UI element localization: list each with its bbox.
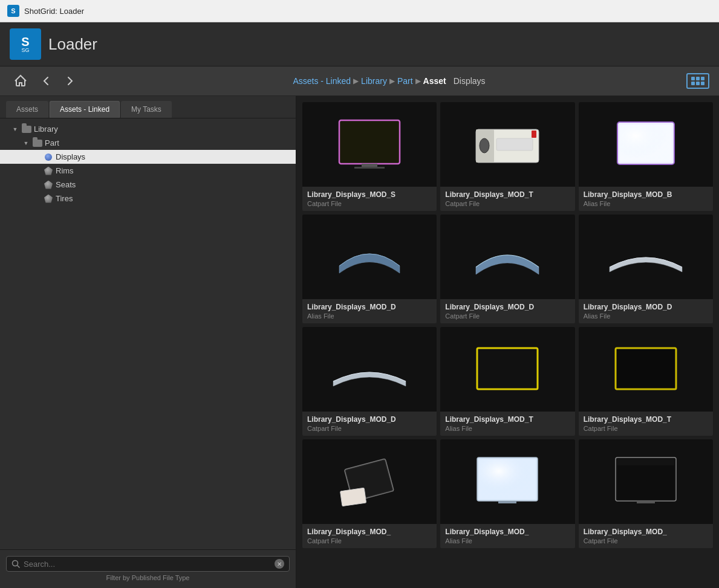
asset-type-8: Alias File [445,425,570,432]
back-icon [40,75,52,87]
asset-info-3: Library_Displays_MOD_B Alias File [579,187,713,211]
breadcrumb-library[interactable]: Library [361,76,387,86]
asset-name-1: Library_Displays_MOD_S [307,190,432,199]
asset-info-12: Library_Displays_MOD_ Catpart File [579,524,713,548]
app-title: Loader [48,35,97,54]
search-icon [11,560,20,568]
tab-my-tasks[interactable]: My Tasks [121,101,172,118]
tree-item-library[interactable]: ▼ Library [0,122,296,136]
thumb-curved-medium [471,230,544,284]
tab-assets-linked[interactable]: Assets - Linked [50,101,120,118]
part-toggle[interactable]: ▼ [22,139,30,147]
logo-sub: SG [21,48,29,53]
search-input[interactable] [24,560,271,569]
asset-name-4: Library_Displays_MOD_D [307,303,432,311]
tree-item-displays[interactable]: ▶ Displays [0,150,296,164]
asset-name-6: Library_Displays_MOD_D [584,303,708,311]
svg-rect-9 [532,131,536,138]
tree-area[interactable]: ▼ Library ▼ Part ▶ [0,118,296,549]
search-clear-button[interactable]: ✕ [275,559,284,569]
asset-card-9[interactable]: Library_Displays_MOD_T Catpart File [579,327,713,436]
asset-type-9: Catpart File [584,425,708,432]
asset-card-3[interactable]: Library_Displays_MOD_B Alias File [579,102,713,211]
breadcrumb-assets-linked[interactable]: Assets - Linked [293,76,351,86]
svg-rect-6 [354,167,385,169]
svg-point-10 [480,138,489,153]
tires-gem-icon [44,195,53,203]
breadcrumb-part[interactable]: Part [397,76,413,86]
asset-thumb-1 [302,102,437,187]
search-box: ✕ [6,556,290,572]
tree-item-part[interactable]: ▼ Part [0,136,296,150]
thumb-card-tilt [336,454,403,509]
svg-rect-14 [620,124,672,162]
asset-card-10[interactable]: Library_Displays_MOD_ Catpart File [302,439,437,548]
app-logo: S SG [10,28,41,60]
asset-thumb-4 [302,215,437,299]
thumb-flat-white [607,230,685,284]
displays-dot-icon [44,153,53,161]
nav-bar: Assets - Linked ▶ Library ▶ Part ▶ Asset… [0,66,719,96]
search-area: ✕ Filter by Published File Type [0,549,296,588]
asset-card-4[interactable]: Library_Displays_MOD_D Alias File [302,215,437,323]
thumb-flat-white2 [330,342,409,396]
asset-card-11[interactable]: Library_Displays_MOD_ Alias File [440,439,574,548]
nav-buttons [10,71,80,91]
home-button[interactable] [10,71,31,91]
tab-assets[interactable]: Assets [6,101,48,118]
seats-label: Seats [56,180,76,189]
asset-thumb-8 [440,327,574,412]
content-area[interactable]: Library_Displays_MOD_S Catpart File [296,96,719,588]
svg-rect-4 [339,120,400,164]
asset-card-5[interactable]: Library_Displays_MOD_D Catpart File [440,215,574,323]
tree-item-seats[interactable]: ▶ Seats [0,178,296,192]
asset-thumb-11 [440,439,574,524]
svg-rect-21 [340,488,366,506]
asset-info-1: Library_Displays_MOD_S Catpart File [302,187,437,211]
asset-info-9: Library_Displays_MOD_T Catpart File [579,412,713,436]
asset-thumb-2 [440,102,574,187]
tree-item-tires[interactable]: ▶ Tires [0,192,296,205]
asset-type-10: Catpart File [307,537,432,544]
asset-card-1[interactable]: Library_Displays_MOD_S Catpart File [302,102,437,211]
displays-label: Displays [56,152,85,161]
asset-info-7: Library_Displays_MOD_D Catpart File [302,412,437,436]
asset-type-12: Catpart File [584,537,708,544]
asset-info-11: Library_Displays_MOD_ Alias File [440,524,574,548]
view-toggle-button[interactable] [686,73,709,89]
asset-card-12[interactable]: Library_Displays_MOD_ Catpart File [579,439,713,548]
tree-item-rims[interactable]: ▶ Rims [0,164,296,178]
asset-card-8[interactable]: Library_Displays_MOD_T Alias File [440,327,574,436]
forward-icon [64,75,76,87]
svg-rect-17 [616,348,676,389]
svg-text:S: S [11,7,15,15]
dot-5 [696,82,700,85]
tab-bar: Assets Assets - Linked My Tasks [0,96,296,118]
asset-info-6: Library_Displays_MOD_D Alias File [579,299,713,323]
svg-rect-11 [496,138,533,150]
app-container: S SG Loader [0,22,719,588]
breadcrumb: Assets - Linked ▶ Library ▶ Part ▶ Asset… [92,76,686,86]
asset-card-6[interactable]: Library_Displays_MOD_D Alias File [579,215,713,323]
library-toggle[interactable]: ▼ [11,125,19,134]
breadcrumb-asset: Asset [423,76,446,86]
asset-info-5: Library_Displays_MOD_D Catpart File [440,299,574,323]
thumb-yellow-rect-dark [474,342,541,396]
asset-card-7[interactable]: Library_Displays_MOD_D Catpart File [302,327,437,436]
asset-thumb-12 [579,439,713,524]
filter-label: Filter by Published File Type [6,572,290,583]
tires-label: Tires [56,194,73,203]
window-chrome: S ShotGrid: Loader [0,0,719,22]
forward-button[interactable] [60,73,80,89]
svg-rect-24 [479,459,536,499]
sidebar: Assets Assets - Linked My Tasks ▼ Librar… [0,96,296,588]
back-button[interactable] [36,73,56,89]
asset-type-11: Alias File [445,537,570,544]
asset-thumb-6 [579,215,713,299]
asset-type-2: Catpart File [445,200,570,207]
view-grid-icon [691,77,704,85]
asset-thumb-10 [302,439,437,524]
logo-letter: S [21,36,29,48]
breadcrumb-sep-3: ▶ [415,77,421,85]
asset-card-2[interactable]: Library_Displays_MOD_T Catpart File [440,102,574,211]
